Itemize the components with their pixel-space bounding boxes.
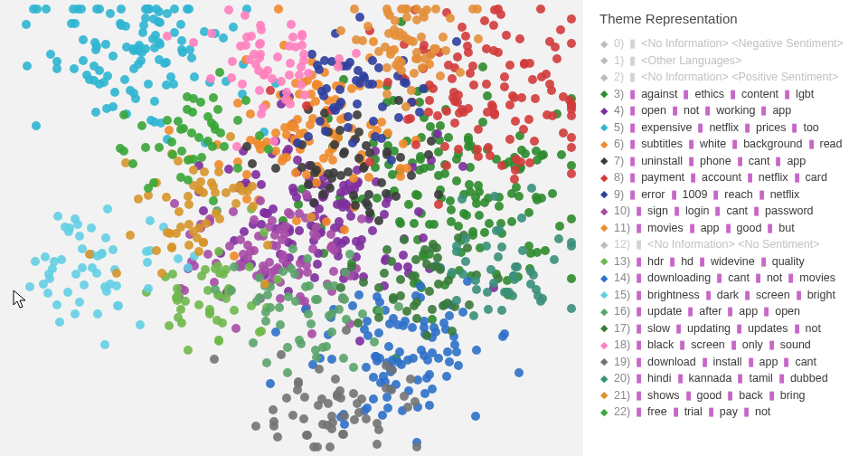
scatter-point[interactable] <box>369 117 378 126</box>
scatter-point[interactable] <box>404 200 413 209</box>
scatter-point[interactable] <box>187 128 196 138</box>
scatter-point[interactable] <box>276 320 285 329</box>
legend-item[interactable]: ◆11)▮movies▮app▮good▮but <box>599 220 855 237</box>
scatter-point[interactable] <box>482 80 491 89</box>
scatter-point[interactable] <box>184 192 193 201</box>
scatter-point[interactable] <box>138 28 147 37</box>
scatter-point[interactable] <box>136 320 145 329</box>
scatter-point[interactable] <box>567 214 576 223</box>
scatter-point[interactable] <box>273 432 282 442</box>
scatter-point[interactable] <box>434 190 443 199</box>
scatter-point[interactable] <box>256 21 265 30</box>
scatter-point[interactable] <box>339 198 348 207</box>
scatter-point[interactable] <box>429 262 438 271</box>
scatter-point[interactable] <box>412 314 421 323</box>
scatter-point[interactable] <box>103 71 112 81</box>
scatter-point[interactable] <box>533 291 542 300</box>
scatter-point[interactable] <box>567 39 576 48</box>
scatter-point[interactable] <box>436 71 445 81</box>
scatter-point[interactable] <box>557 150 566 159</box>
scatter-point[interactable] <box>152 246 161 255</box>
scatter-point[interactable] <box>214 247 223 256</box>
scatter-point[interactable] <box>225 242 234 251</box>
scatter-point[interactable] <box>433 111 442 120</box>
legend-item[interactable]: ◆4)▮open▮not▮working▮app <box>599 102 855 119</box>
scatter-point[interactable] <box>375 298 384 307</box>
scatter-point[interactable] <box>31 257 40 266</box>
scatter-point[interactable] <box>41 252 50 261</box>
scatter-point[interactable] <box>567 143 576 152</box>
scatter-point[interactable] <box>113 301 122 310</box>
scatter-point[interactable] <box>157 269 166 278</box>
scatter-point[interactable] <box>144 191 153 200</box>
scatter-point[interactable] <box>474 34 483 43</box>
scatter-point[interactable] <box>442 107 451 116</box>
scatter-point[interactable] <box>469 311 478 320</box>
scatter-point[interactable] <box>278 157 287 166</box>
scatter-point[interactable] <box>242 170 251 179</box>
scatter-point[interactable] <box>102 287 111 296</box>
scatter-point[interactable] <box>556 25 565 34</box>
scatter-point[interactable] <box>348 301 357 310</box>
scatter-point[interactable] <box>537 72 546 81</box>
scatter-point[interactable] <box>519 125 528 134</box>
scatter-point[interactable] <box>382 189 391 198</box>
scatter-point[interactable] <box>463 42 472 51</box>
scatter-point[interactable] <box>129 64 138 73</box>
scatter-point[interactable] <box>461 32 470 41</box>
scatter-point[interactable] <box>209 93 218 102</box>
scatter-point[interactable] <box>214 167 223 176</box>
scatter-point[interactable] <box>43 289 52 298</box>
scatter-point[interactable] <box>174 254 183 263</box>
scatter-point[interactable] <box>427 137 436 146</box>
scatter-point[interactable] <box>304 309 313 318</box>
scatter-point[interactable] <box>365 148 374 157</box>
scatter-point[interactable] <box>536 5 545 14</box>
scatter-point[interactable] <box>199 238 208 247</box>
scatter-point[interactable] <box>452 347 461 356</box>
scatter-point[interactable] <box>219 33 228 43</box>
scatter-point[interactable] <box>370 337 379 347</box>
scatter-point[interactable] <box>515 34 524 43</box>
scatter-point[interactable] <box>184 263 193 272</box>
scatter-point[interactable] <box>339 430 348 439</box>
scatter-point[interactable] <box>203 112 212 121</box>
scatter-point[interactable] <box>251 422 260 431</box>
scatter-point[interactable] <box>168 150 177 159</box>
scatter-point[interactable] <box>144 284 153 293</box>
scatter-point[interactable] <box>486 151 495 160</box>
scatter-point[interactable] <box>302 190 311 199</box>
scatter-point[interactable] <box>303 254 312 263</box>
scatter-point[interactable] <box>163 9 172 18</box>
scatter-point[interactable] <box>207 29 216 38</box>
scatter-point[interactable] <box>363 201 373 210</box>
scatter-point[interactable] <box>146 216 155 225</box>
scatter-point[interactable] <box>354 128 363 137</box>
scatter-point[interactable] <box>483 108 492 117</box>
scatter-point[interactable] <box>373 194 382 203</box>
scatter-point[interactable] <box>299 414 308 423</box>
scatter-point[interactable] <box>254 66 263 75</box>
scatter-point[interactable] <box>505 135 514 144</box>
scatter-point[interactable] <box>373 440 382 449</box>
scatter-point[interactable] <box>263 241 272 250</box>
scatter-point[interactable] <box>406 375 415 384</box>
legend-item[interactable]: ◆13)▮hdr▮hd▮widevine▮quality <box>599 253 855 271</box>
scatter-point[interactable] <box>458 308 467 317</box>
scatter-point[interactable] <box>122 43 131 52</box>
scatter-point[interactable] <box>403 403 412 412</box>
scatter-point[interactable] <box>505 61 514 70</box>
scatter-point[interactable] <box>368 226 377 235</box>
scatter-point[interactable] <box>106 9 115 18</box>
scatter-point[interactable] <box>255 86 264 95</box>
legend-item[interactable]: ◆12)▮<No Information> <No Sentiment> <box>599 236 855 253</box>
scatter-point[interactable] <box>401 5 410 14</box>
scatter-point[interactable] <box>369 373 378 382</box>
scatter-point[interactable] <box>343 62 352 71</box>
scatter-point[interactable] <box>150 97 159 106</box>
scatter-point[interactable] <box>354 154 363 163</box>
scatter-point[interactable] <box>79 56 88 65</box>
scatter-point[interactable] <box>420 164 429 173</box>
scatter-point[interactable] <box>520 59 529 68</box>
scatter-point[interactable] <box>292 193 301 202</box>
